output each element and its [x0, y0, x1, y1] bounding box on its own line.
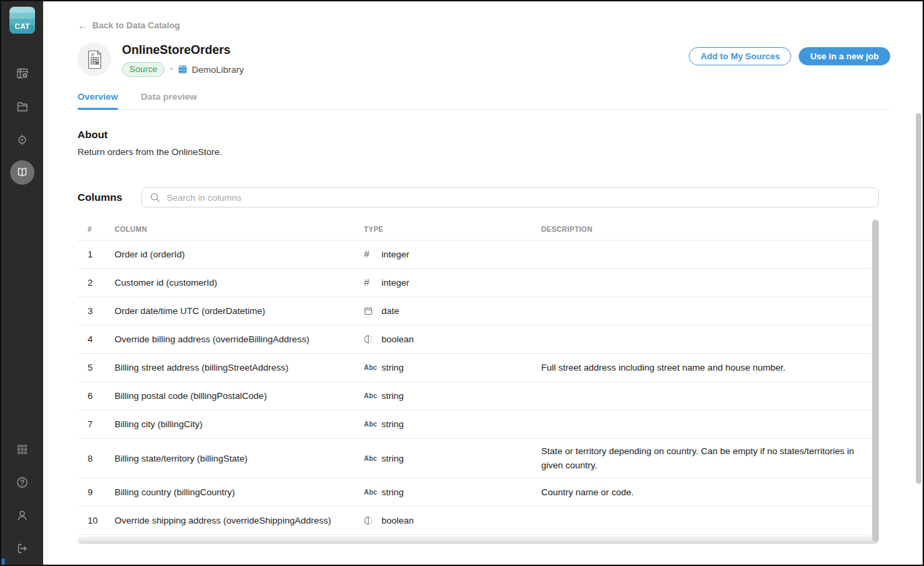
table-vertical-scrollbar[interactable]	[872, 220, 879, 542]
window-scrollbar[interactable]	[916, 113, 921, 484]
tab-overview[interactable]: Overview	[78, 92, 118, 109]
header-type: TYPE	[364, 225, 541, 233]
table-row: 2 Customer id (customerId) # Abc integer	[78, 269, 871, 297]
library-name: DemoLibrary	[191, 65, 243, 75]
sidebar-item-logout[interactable]	[6, 532, 39, 565]
search-wrap	[142, 187, 879, 208]
app-logo-text: CAT	[15, 22, 30, 30]
column-type: # Abc string	[364, 417, 541, 431]
header-num: #	[88, 225, 115, 233]
string-type-icon: Abc	[364, 389, 381, 403]
column-name: Billing country (billingCountry)	[115, 485, 364, 499]
row-number: 7	[88, 417, 115, 431]
type-label: integer	[381, 276, 409, 290]
type-label: integer	[381, 247, 409, 261]
source-type-badge: Source	[122, 62, 164, 77]
source-avatar	[78, 42, 111, 76]
row-number: 2	[88, 276, 115, 290]
folder-icon	[10, 94, 34, 119]
back-to-data-catalog-link[interactable]: ← Back to Data Catalog	[78, 20, 180, 30]
target-icon	[10, 127, 34, 152]
table-row: 5 Billing street address (billingStreetA…	[78, 354, 871, 382]
sidebar-nav-top	[6, 57, 39, 189]
logout-icon	[10, 536, 34, 561]
tab-bar: Overview Data preview	[78, 92, 890, 110]
columns-bar: Columns	[78, 187, 890, 208]
column-type: # Abc integer	[364, 247, 541, 261]
table-body: 1 Order id (orderId) # Abc integer	[78, 241, 871, 535]
column-type: # Abc date	[364, 304, 541, 318]
page-header: OnlineStoreOrders Source •	[78, 42, 890, 77]
column-name: Override shipping address (overrideShipp…	[115, 513, 364, 528]
apps-grid-icon	[10, 437, 34, 462]
horizontal-scrollbar[interactable]	[78, 536, 879, 544]
sidebar-item-target[interactable]	[6, 123, 39, 156]
columns-heading: Columns	[78, 191, 122, 203]
column-type: # Abc boolean	[364, 513, 541, 528]
table-row: 4 Override billing address (overrideBill…	[78, 325, 871, 354]
user-icon	[10, 503, 34, 528]
column-type: # Abc integer	[364, 276, 541, 290]
type-label: string	[381, 485, 404, 499]
row-number: 8	[88, 451, 115, 466]
integer-type-icon: #	[364, 247, 381, 261]
row-number: 3	[88, 304, 115, 318]
library-icon	[178, 65, 187, 74]
type-label: boolean	[381, 332, 414, 346]
sidebar-item-data-catalog[interactable]	[6, 156, 39, 189]
row-number: 10	[88, 513, 115, 528]
row-number: 1	[88, 247, 115, 261]
type-label: string	[381, 451, 404, 466]
column-name: Billing postal code (billingPostalCode)	[115, 389, 364, 403]
sidebar-item-help[interactable]	[6, 466, 39, 499]
library-link[interactable]: DemoLibrary	[178, 65, 243, 75]
column-type: # Abc string	[364, 485, 541, 499]
table-row: 10 Override shipping address (overrideSh…	[78, 507, 871, 535]
boolean-type-icon	[364, 335, 381, 344]
about-heading: About	[78, 129, 890, 141]
table-row: 9 Billing country (billingCountry) # Abc…	[78, 478, 871, 507]
main-panel: ← Back to Data Catalog	[43, 1, 923, 565]
columns-table: # COLUMN TYPE DESCRIPTION 1 Order id (or…	[78, 218, 871, 544]
column-type: # Abc string	[364, 451, 541, 466]
column-description: State or territory depending on country.…	[541, 444, 861, 472]
sidebar-item-table-remove[interactable]	[6, 57, 39, 90]
add-to-my-sources-button[interactable]: Add to My Sources	[689, 47, 791, 65]
column-name: Billing state/territory (billingState)	[115, 451, 364, 466]
boolean-type-icon	[364, 516, 381, 525]
sidebar-item-apps[interactable]	[6, 433, 39, 466]
row-number: 9	[88, 485, 115, 499]
use-in-new-job-button[interactable]: Use in a new job	[799, 47, 890, 65]
sidebar-item-user[interactable]	[6, 499, 39, 532]
search-in-columns-input[interactable]	[142, 187, 879, 208]
about-description: Return orders from the OnlineStore.	[78, 147, 890, 157]
date-type-icon	[364, 307, 381, 315]
header-column: COLUMN	[115, 225, 364, 233]
open-book-icon	[10, 160, 34, 185]
integer-type-icon: #	[364, 276, 381, 290]
column-name: Override billing address (overrideBillin…	[115, 332, 364, 346]
header-description: DESCRIPTION	[541, 225, 861, 233]
string-type-icon: Abc	[364, 485, 381, 499]
row-number: 4	[88, 332, 115, 346]
table-header-row: # COLUMN TYPE DESCRIPTION	[78, 218, 871, 241]
string-type-icon: Abc	[364, 417, 381, 431]
table-row: 6 Billing postal code (billingPostalCode…	[78, 382, 871, 410]
tab-data-preview[interactable]: Data preview	[141, 92, 197, 109]
app-window: CAT	[0, 0, 924, 566]
page-title: OnlineStoreOrders	[122, 42, 244, 57]
column-type: # Abc string	[364, 360, 541, 375]
column-type: # Abc string	[364, 389, 541, 403]
row-number: 6	[88, 389, 115, 403]
about-section: About Return orders from the OnlineStore…	[78, 129, 890, 157]
type-label: string	[381, 389, 404, 403]
column-description: Country name or code.	[541, 485, 861, 499]
app-logo[interactable]: CAT	[9, 7, 35, 34]
corner-accent	[1, 559, 5, 565]
column-name: Order date/time UTC (orderDatetime)	[115, 304, 364, 318]
document-table-icon	[85, 49, 104, 70]
sidebar-item-folder[interactable]	[6, 90, 39, 123]
back-link-label: Back to Data Catalog	[92, 20, 180, 30]
sidebar-nav-bottom	[6, 433, 39, 565]
type-label: boolean	[381, 513, 414, 528]
